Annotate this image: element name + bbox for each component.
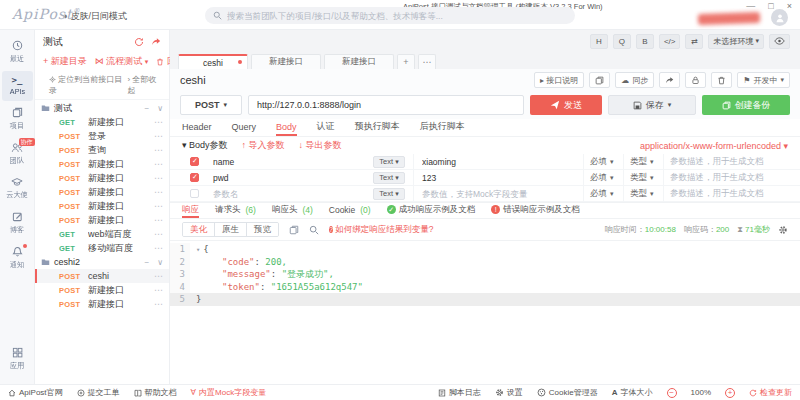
param-type-select[interactable]: Text▾: [373, 188, 405, 200]
tree-api-item[interactable]: POST新建接口⋯: [35, 199, 169, 213]
tab-ceshi[interactable]: ceshi: [178, 54, 248, 69]
tree-api-item-selected[interactable]: POSTceshi⋯: [35, 269, 169, 283]
maximize-button[interactable]: □: [768, 1, 773, 11]
tab-pre-script[interactable]: 预执行脚本: [355, 119, 400, 136]
response-body-editor[interactable]: 1▾{ 2"code": 200, 3"message": "登录成功", 4"…: [170, 240, 800, 384]
more-icon[interactable]: ⋯: [154, 271, 163, 281]
global-search[interactable]: [205, 7, 575, 24]
user-avatar[interactable]: [771, 9, 788, 26]
param-value-input[interactable]: [422, 189, 582, 199]
tree-api-item[interactable]: POST新建接口⋯: [35, 213, 169, 227]
tab-new-api-1[interactable]: 新建接口: [251, 54, 321, 69]
tab-auth[interactable]: 认证: [317, 119, 335, 136]
tree-api-item[interactable]: POST新建接口⋯: [35, 171, 169, 185]
content-type-select[interactable]: application/x-www-form-urlencoded ▾: [640, 141, 788, 151]
param-desc-placeholder[interactable]: 参数描述，用于生成文档: [663, 186, 800, 201]
create-backup-button[interactable]: 创建备份: [702, 95, 790, 115]
param-type-select[interactable]: Text▾: [373, 156, 405, 168]
sidebar-item-apis[interactable]: >_ APIs: [2, 71, 33, 101]
param-desc-placeholder[interactable]: 参数描述，用于生成文档: [663, 170, 800, 185]
mode-raw[interactable]: 原生: [215, 223, 247, 236]
chevron-down-icon[interactable]: ∨: [157, 258, 163, 267]
param-type-select[interactable]: Text▾: [373, 172, 405, 184]
param-required-select[interactable]: 必填▾: [583, 186, 623, 201]
send-button[interactable]: 发送: [530, 95, 602, 115]
status-select[interactable]: ⚑开发中▾: [737, 72, 790, 88]
tree-api-item[interactable]: GET移动端百度⋯: [35, 241, 169, 255]
tab-request-headers[interactable]: 请求头(6): [215, 203, 256, 218]
gear-icon[interactable]: [778, 225, 788, 235]
tab-response-headers[interactable]: 响应头(4): [272, 203, 313, 218]
param-checkbox[interactable]: [190, 173, 199, 182]
mode-preview[interactable]: 预览: [247, 223, 278, 236]
more-icon[interactable]: ⋯: [154, 285, 163, 295]
delete-button[interactable]: [711, 72, 732, 88]
search-input[interactable]: [227, 11, 567, 21]
more-icon[interactable]: ⋯: [154, 173, 163, 183]
import-params-button[interactable]: ↑ 导入参数: [242, 139, 285, 152]
lock-button[interactable]: [685, 72, 706, 88]
param-vtype-select[interactable]: 类型▾: [623, 170, 663, 185]
script-log-button[interactable]: 脚本日志: [438, 387, 481, 398]
param-vtype-select[interactable]: 类型▾: [623, 154, 663, 169]
cookie-manager-button[interactable]: Cookie管理器: [537, 387, 598, 398]
share-icon[interactable]: [151, 37, 161, 47]
chevron-down-icon[interactable]: ∨: [157, 104, 163, 113]
submit-ticket-link[interactable]: 提交工单: [77, 387, 120, 398]
tab-more-button[interactable]: ⋯: [418, 54, 436, 69]
tree-api-item[interactable]: GET新建接口⋯: [35, 115, 169, 129]
add-tab-button[interactable]: +: [397, 54, 415, 69]
folder-minus-icon[interactable]: −: [144, 258, 149, 267]
check-update-button[interactable]: 检查更新: [749, 387, 792, 398]
minimize-button[interactable]: —: [746, 1, 755, 11]
folder-minus-icon[interactable]: −: [144, 104, 149, 113]
env-select[interactable]: 未选择环境▾: [708, 34, 764, 49]
mock-variables-link[interactable]: ∀内置Mock字段变量: [191, 387, 267, 398]
tree-api-item[interactable]: POST查询⋯: [35, 143, 169, 157]
export-params-button[interactable]: ↓ 导出参数: [299, 139, 342, 152]
param-desc-placeholder[interactable]: 参数描述，用于生成文档: [663, 154, 800, 169]
sidebar-item-notice[interactable]: 通知: [2, 242, 33, 275]
eye-button[interactable]: [769, 34, 790, 49]
sidebar-item-recent[interactable]: 最近: [2, 36, 33, 69]
param-required-select[interactable]: 必填▾: [583, 170, 623, 185]
tree-api-item[interactable]: GETweb端百度⋯: [35, 227, 169, 241]
sidebar-item-team[interactable]: 协作 团队: [2, 138, 33, 171]
locate-current-api[interactable]: 定位到当前接口目录: [49, 74, 127, 96]
apipost-site-link[interactable]: ApiPost官网: [8, 387, 63, 398]
zoom-out-button[interactable]: −: [667, 388, 677, 398]
api-description-button[interactable]: ▸ 接口说明: [534, 72, 584, 88]
flow-test-button[interactable]: ⋈ 流程测试 ▾: [95, 55, 149, 68]
tab-response[interactable]: 响应: [182, 203, 199, 218]
sidebar-item-project[interactable]: 项目: [2, 103, 33, 136]
zoom-in-button[interactable]: +: [725, 388, 735, 398]
more-icon[interactable]: ⋯: [154, 201, 163, 211]
help-docs-link[interactable]: 帮助文档: [134, 387, 177, 398]
tab-header[interactable]: Header: [182, 119, 212, 136]
tree-api-item[interactable]: POST新建接口⋯: [35, 157, 169, 171]
tab-new-api-2[interactable]: 新建接口: [324, 54, 394, 69]
search-response-icon[interactable]: [309, 225, 319, 235]
mode-beautify[interactable]: 美化: [183, 223, 215, 236]
save-button[interactable]: 保存▾: [608, 95, 696, 115]
tab-query[interactable]: Query: [232, 119, 257, 136]
param-name-input[interactable]: [213, 173, 373, 183]
param-checkbox[interactable]: [190, 189, 199, 198]
q-button[interactable]: Q: [613, 34, 631, 49]
tree-api-item[interactable]: POST新建接口⋯: [35, 185, 169, 199]
copy-response-icon[interactable]: [289, 225, 299, 235]
tab-success-doc[interactable]: ✓成功响应示例及文档: [387, 203, 476, 218]
history-button[interactable]: H: [590, 34, 608, 49]
copy-api-button[interactable]: [589, 72, 610, 88]
refresh-icon[interactable]: [134, 37, 144, 47]
more-icon[interactable]: ⋯: [154, 299, 163, 309]
tree-api-item[interactable]: POST登录⋯: [35, 129, 169, 143]
method-select[interactable]: POST▾: [180, 95, 242, 115]
tree-api-item[interactable]: POST新建接口⋯: [35, 297, 169, 311]
sidebar-item-blog[interactable]: 博客: [2, 207, 33, 240]
sidebar-item-ambassador[interactable]: 云大使: [2, 173, 33, 205]
swap-button[interactable]: ⇄: [685, 34, 703, 49]
more-icon[interactable]: ⋯: [154, 145, 163, 155]
param-name-input[interactable]: [213, 189, 373, 199]
tree-folder[interactable]: 测试 −∨: [35, 101, 169, 115]
